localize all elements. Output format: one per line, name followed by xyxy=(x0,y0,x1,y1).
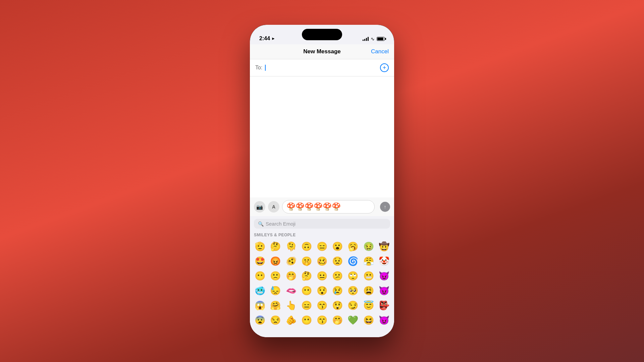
emoji-cell[interactable]: 🥱 xyxy=(345,239,360,253)
header-title: New Message xyxy=(303,48,341,55)
emoji-cell[interactable]: 🫨 xyxy=(283,254,298,268)
emoji-picker: 🔍 Search Emoji SMILEYS & PEOPLE 🫡🤔🫠🙃😑😮🥱🤢… xyxy=(250,216,394,337)
time-display: 2:44 xyxy=(259,36,270,42)
signal-icon xyxy=(363,37,369,41)
emoji-cell[interactable]: 😶 xyxy=(253,269,267,283)
emoji-cell[interactable]: 😙 xyxy=(315,313,329,327)
send-button[interactable]: ↑ xyxy=(380,202,390,212)
add-contact-button[interactable]: + xyxy=(380,63,389,72)
apps-icon: A xyxy=(272,204,275,209)
emoji-cell[interactable]: 😮 xyxy=(330,239,345,253)
emoji-cell[interactable]: 😐 xyxy=(315,269,329,283)
message-input[interactable]: 🍄🍄🍄🍄🍄🍄 xyxy=(282,200,375,214)
emoji-cell[interactable]: 😶 xyxy=(299,284,314,298)
emoji-cell[interactable]: 😬 xyxy=(361,269,376,283)
emoji-cell[interactable]: 😯 xyxy=(315,284,329,298)
camera-icon: 📷 xyxy=(256,204,263,210)
apps-button[interactable]: A xyxy=(268,201,279,213)
location-icon: ► xyxy=(271,36,275,41)
emoji-cell[interactable]: 🥶 xyxy=(253,284,267,298)
emoji-cell[interactable]: 😓 xyxy=(268,284,283,298)
emoji-cell[interactable]: 😡 xyxy=(268,254,283,268)
emoji-cell[interactable]: 😙 xyxy=(315,298,329,312)
search-icon: 🔍 xyxy=(258,221,264,227)
send-icon: ↑ xyxy=(384,204,386,209)
emoji-cell[interactable]: 😏 xyxy=(345,298,360,312)
emoji-cell[interactable]: 🤔 xyxy=(268,239,283,253)
emoji-cell[interactable]: 🙃 xyxy=(299,239,314,253)
compose-toolbar: 📷 A 🍄🍄🍄🍄🍄🍄 ↑ xyxy=(250,197,394,216)
emoji-cell[interactable]: 😇 xyxy=(361,298,376,312)
emoji-cell[interactable]: 😢 xyxy=(330,284,345,298)
emoji-cell[interactable]: 🤫 xyxy=(299,254,314,268)
emoji-cell[interactable]: 😲 xyxy=(330,298,345,312)
emoji-cell[interactable]: 🤩 xyxy=(253,254,267,268)
message-header: New Message Cancel xyxy=(250,44,394,59)
emoji-cell[interactable]: 🥴 xyxy=(315,254,329,268)
emoji-cell[interactable]: 🤭 xyxy=(283,269,298,283)
wifi-icon: ∿ xyxy=(371,36,375,42)
emoji-cell[interactable]: 😈 xyxy=(377,284,391,298)
emoji-cell[interactable]: 🫵 xyxy=(283,313,298,327)
emoji-cell[interactable]: 🙄 xyxy=(345,269,360,283)
phone-screen: 2:44 ► ∿ New Message Canc xyxy=(250,25,394,337)
emoji-cell[interactable]: 😱 xyxy=(253,298,267,312)
emoji-cell[interactable]: 😈 xyxy=(377,269,391,283)
search-placeholder: Search Emoji xyxy=(266,221,296,227)
emoji-cell[interactable]: 🫦 xyxy=(283,284,298,298)
emoji-cell[interactable]: 🤗 xyxy=(268,298,283,312)
battery-icon xyxy=(377,37,385,41)
emoji-cell[interactable]: 👺 xyxy=(377,298,391,312)
emoji-cell[interactable]: 😨 xyxy=(253,313,267,327)
emoji-cell[interactable]: 😑 xyxy=(315,239,329,253)
dynamic-island xyxy=(302,29,342,40)
emoji-cell[interactable]: 😟 xyxy=(330,254,345,268)
emoji-category-label: SMILEYS & PEOPLE xyxy=(250,231,394,239)
emoji-cell[interactable]: 🙁 xyxy=(268,269,283,283)
emoji-cell[interactable]: 😩 xyxy=(361,284,376,298)
emoji-cell[interactable]: 😶 xyxy=(299,313,314,327)
emoji-grid: 🫡🤔🫠🙃😑😮🥱🤢🤠🤩😡🫨🤫🥴😟🌀😤🤡😶🙁🤭🤔😐😕🙄😬😈🥶😓🫦😶😯😢🥺😩😈😱🤗👆😑… xyxy=(250,239,394,327)
emoji-cell[interactable]: 🤡 xyxy=(377,254,391,268)
emoji-cell[interactable]: 😈 xyxy=(377,313,391,327)
emoji-cell[interactable]: 😆 xyxy=(361,313,376,327)
to-label: To: xyxy=(255,65,262,71)
text-cursor xyxy=(265,65,266,71)
emoji-cell[interactable]: 🥺 xyxy=(345,284,360,298)
emoji-cell[interactable]: 🤠 xyxy=(377,239,391,253)
emoji-cell[interactable]: 😤 xyxy=(361,254,376,268)
emoji-search-bar[interactable]: 🔍 Search Emoji xyxy=(254,219,390,229)
emoji-cell[interactable]: 🤢 xyxy=(361,239,376,253)
emoji-cell[interactable]: 😕 xyxy=(330,269,345,283)
emoji-cell[interactable]: 💚 xyxy=(345,313,360,327)
status-time: 2:44 ► xyxy=(259,36,275,42)
emoji-cell[interactable]: 😑 xyxy=(299,298,314,312)
emoji-cell[interactable]: 😒 xyxy=(268,313,283,327)
emoji-cell[interactable]: 🫠 xyxy=(283,239,298,253)
emoji-cell[interactable]: 🤔 xyxy=(299,269,314,283)
compose-area[interactable] xyxy=(250,76,394,197)
emoji-cell[interactable]: 🤭 xyxy=(330,313,345,327)
to-field: To: + xyxy=(250,59,394,76)
message-content: 🍄🍄🍄🍄🍄🍄 xyxy=(286,202,341,211)
cancel-button[interactable]: Cancel xyxy=(371,48,389,55)
content-area: New Message Cancel To: + 📷 A xyxy=(250,44,394,337)
emoji-cell[interactable]: 🫡 xyxy=(253,239,267,253)
phone-frame: 2:44 ► ∿ New Message Canc xyxy=(250,25,394,337)
camera-button[interactable]: 📷 xyxy=(254,201,265,213)
emoji-cell[interactable]: 🌀 xyxy=(345,254,360,268)
status-icons: ∿ xyxy=(363,36,385,42)
emoji-cell[interactable]: 👆 xyxy=(283,298,298,312)
